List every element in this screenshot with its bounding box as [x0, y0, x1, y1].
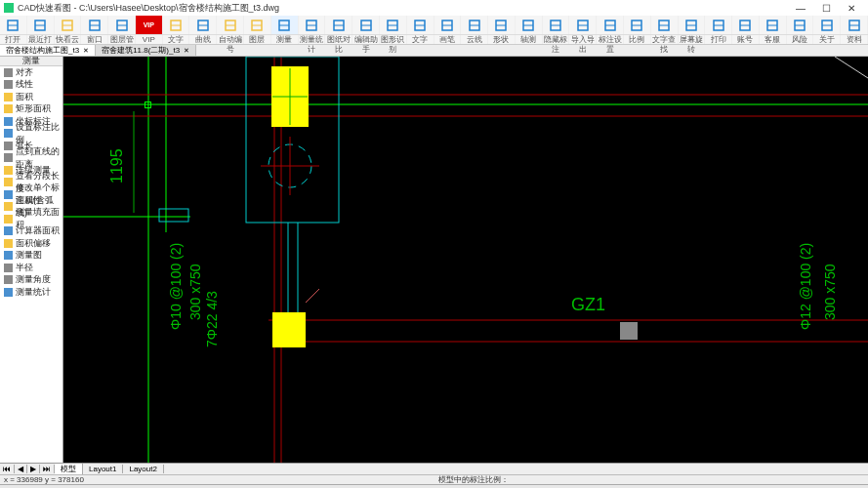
side-item-label: 测量图 — [16, 249, 42, 262]
ruler-icon — [4, 129, 13, 138]
tool-account[interactable] — [732, 16, 760, 34]
document-tab[interactable]: 宿舍建筑11.8(二期)_t3✕ — [96, 45, 196, 56]
ruler-icon — [4, 288, 13, 297]
tool-label-textedit: 文字 — [407, 35, 434, 44]
tool-resource[interactable] — [841, 16, 868, 34]
minimize-button[interactable]: — — [788, 3, 813, 14]
tool-curve[interactable] — [189, 16, 217, 34]
folder-icon — [4, 215, 13, 224]
tool-window[interactable] — [81, 16, 108, 34]
tool-service[interactable] — [760, 16, 787, 34]
tool-revcloud[interactable] — [461, 16, 488, 34]
tool-axis[interactable] — [516, 16, 543, 34]
svg-text:300 x750: 300 x750 — [187, 264, 203, 320]
line-icon — [4, 264, 13, 272]
tool-compare[interactable] — [325, 16, 352, 34]
side-item[interactable]: 面积偏移 — [0, 237, 62, 250]
tool-helper[interactable] — [352, 16, 380, 34]
tool-measure[interactable] — [271, 16, 299, 34]
side-item[interactable]: 点到直线的距离 — [0, 152, 62, 165]
tool-text[interactable] — [163, 16, 190, 34]
folder-icon — [4, 166, 13, 175]
side-panel: 测量 对齐线性面积矩形面积坐标标注设置标注比例弧长点到直线的距离连续测量查看分段… — [0, 57, 63, 463]
side-item-label: 对齐 — [16, 66, 33, 79]
tool-label-rotate: 屏幕旋转 — [679, 35, 706, 44]
tool-label-compare: 图纸对比 — [325, 35, 352, 44]
layout-nav-button[interactable]: ⏭ — [40, 465, 55, 473]
tool-label-curve: 曲线 — [189, 35, 217, 44]
close-button[interactable]: ✕ — [839, 3, 864, 14]
side-item-label: 矩形面积 — [16, 102, 51, 115]
layout-nav-button[interactable]: ◀ — [15, 465, 27, 473]
side-item[interactable]: 面积 — [0, 91, 62, 103]
svg-text:300 x750: 300 x750 — [822, 264, 838, 320]
side-item[interactable]: 半径 — [0, 262, 62, 274]
side-item[interactable]: 测量填充面积 — [0, 213, 62, 225]
maximize-button[interactable]: ☐ — [813, 3, 839, 14]
tool-scale[interactable] — [624, 16, 651, 34]
side-item[interactable]: 测量图 — [0, 250, 62, 263]
app-icon — [4, 3, 14, 13]
tool-autonum[interactable] — [217, 16, 244, 34]
tool-textedit[interactable] — [407, 16, 434, 34]
layout-tab[interactable]: 模型 — [55, 464, 83, 474]
side-item[interactable]: 测量统计 — [0, 286, 62, 299]
ruler-icon — [4, 226, 13, 235]
svg-rect-82 — [620, 322, 638, 340]
tool-marksettings[interactable] — [597, 16, 624, 34]
tool-brush[interactable] — [434, 16, 462, 34]
side-item[interactable]: 设置标注比例 — [0, 128, 62, 141]
ruler-icon — [4, 190, 13, 199]
folder-icon — [4, 202, 13, 211]
tool-measurestat[interactable] — [299, 16, 326, 34]
tool-label-resource: 资料 — [841, 35, 868, 44]
layout-nav-button[interactable]: ⏮ — [0, 465, 15, 473]
tool-print[interactable] — [705, 16, 732, 34]
document-tab-label: 宿舍建筑11.8(二期)_t3 — [102, 45, 180, 56]
layout-tab[interactable]: Layout2 — [123, 465, 163, 473]
tool-vip[interactable]: VIP — [136, 16, 163, 34]
tool-cloud[interactable] — [55, 16, 82, 34]
tool-label-about: 关于 — [813, 35, 841, 44]
tool-label-layer: 图层 — [244, 35, 271, 44]
tool-open[interactable] — [0, 16, 27, 34]
tool-recog[interactable] — [380, 16, 407, 34]
folder-icon — [4, 93, 13, 102]
document-tab[interactable]: 宿舍楼结构施工图_t3✕ — [0, 45, 96, 56]
side-item-label: 面积偏移 — [16, 237, 51, 250]
layout-nav-button[interactable]: ▶ — [27, 465, 40, 473]
tool-rotate[interactable] — [679, 16, 706, 34]
close-tab-icon[interactable]: ✕ — [184, 47, 189, 55]
side-item[interactable]: 计算器面积 — [0, 225, 62, 238]
tool-hidemark[interactable] — [543, 16, 570, 34]
line-icon — [4, 80, 13, 89]
tool-label-cloud: 快看云盘 — [55, 35, 82, 44]
layout-tabs: ⏮◀▶⏭模型Layout1Layout2 — [0, 463, 868, 474]
side-item[interactable]: 线性 — [0, 79, 62, 92]
line-icon — [4, 68, 13, 77]
work-area: 测量 对齐线性面积矩形面积坐标标注设置标注比例弧长点到直线的距离连续测量查看分段… — [0, 57, 868, 463]
tool-alert[interactable] — [787, 16, 814, 34]
tool-importexport[interactable] — [569, 16, 597, 34]
svg-text:Φ12 @100 (2): Φ12 @100 (2) — [798, 243, 813, 330]
side-item[interactable]: 矩形面积 — [0, 103, 62, 116]
tool-label-service: 客服 — [760, 35, 787, 44]
layout-tab[interactable]: Layout1 — [83, 465, 123, 473]
main-toolbar: VIP — [0, 16, 868, 35]
tool-shape[interactable] — [488, 16, 516, 34]
tool-label-text: 文字 — [163, 35, 190, 44]
tool-about[interactable] — [813, 16, 841, 34]
tool-textsearch[interactable] — [651, 16, 679, 34]
cursor-crosshair — [145, 102, 151, 108]
side-item[interactable]: 对齐 — [0, 66, 62, 79]
tool-layer[interactable] — [244, 16, 271, 34]
svg-text:Φ10 @100 (2): Φ10 @100 (2) — [168, 243, 184, 330]
tool-layermgr[interactable] — [108, 16, 136, 34]
drawing-canvas[interactable]: 1195 Φ10 @100 (2) 300 x750 7Φ22 4/3 GZ1 … — [63, 57, 868, 463]
tool-label-brush: 画笔 — [434, 35, 462, 44]
side-item[interactable]: 测量角度 — [0, 274, 62, 287]
side-panel-header: 测量 — [0, 57, 62, 66]
tool-recent[interactable] — [27, 16, 55, 34]
tool-label-hidemark: 隐藏标注 — [543, 35, 570, 44]
close-tab-icon[interactable]: ✕ — [83, 47, 89, 55]
